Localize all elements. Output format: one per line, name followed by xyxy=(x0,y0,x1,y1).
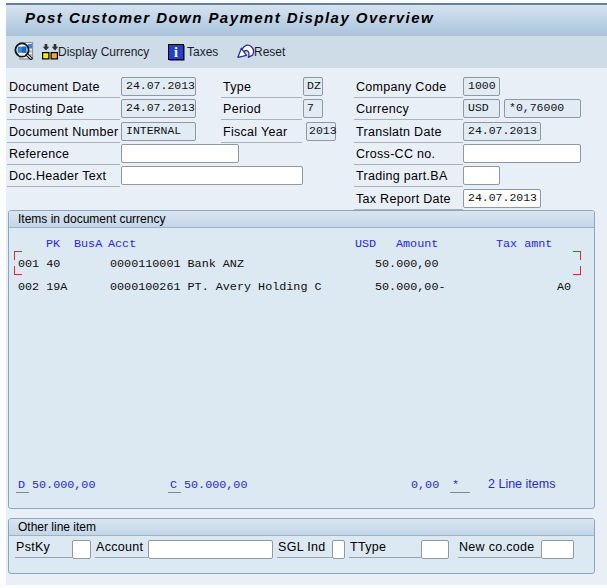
svg-text:i: i xyxy=(174,45,178,60)
